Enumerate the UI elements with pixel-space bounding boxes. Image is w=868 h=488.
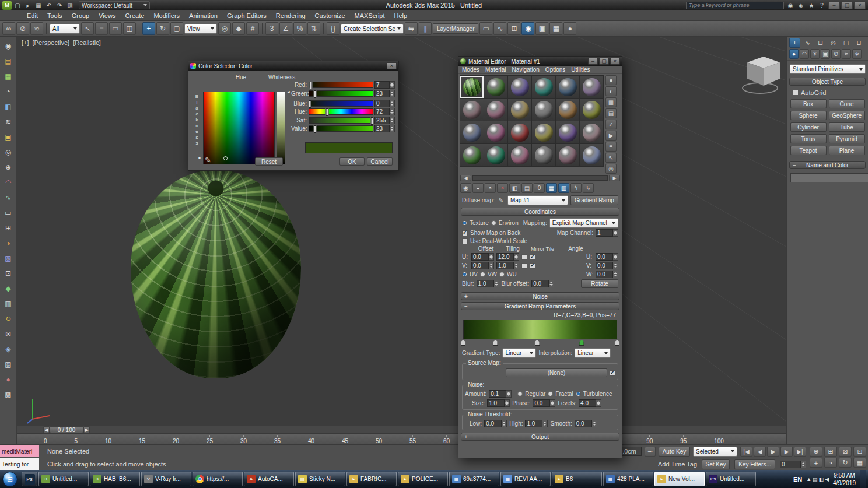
primitive-button[interactable]: Cone: [829, 99, 865, 108]
category-lights-icon[interactable]: ☀: [810, 49, 820, 59]
gradient-ramp-parameters-rollout[interactable]: − Gradient Ramp Parameters: [461, 302, 620, 310]
timeline-tick[interactable]: 25: [206, 435, 213, 445]
smooth-field[interactable]: 0.0: [575, 420, 597, 427]
v-tiling-value[interactable]: 1.0: [496, 262, 514, 269]
open-file-icon[interactable]: ▸: [23, 1, 33, 10]
zoom-extents-icon[interactable]: ⊠: [839, 447, 852, 457]
spinner-arrows[interactable]: [613, 262, 618, 269]
coordinates-rollout[interactable]: − Coordinates: [461, 208, 620, 216]
material-sample-slot[interactable]: [508, 121, 531, 143]
assign-to-selection-icon[interactable]: ◓: [485, 183, 496, 193]
material-sample-slot[interactable]: [460, 121, 484, 143]
keyboard-override-icon[interactable]: #: [246, 22, 259, 35]
spinner-arrows[interactable]: [390, 125, 395, 132]
primitive-category-dropdown[interactable]: Standard Primitives: [790, 64, 866, 74]
whiteness-marker[interactable]: ◄: [286, 90, 290, 94]
menu-item[interactable]: Animation: [184, 12, 222, 20]
taskbar-window-button[interactable]: https://...: [192, 472, 243, 486]
favorites-icon[interactable]: ★: [807, 1, 816, 10]
start-button[interactable]: ⊞: [2, 472, 18, 487]
size-value[interactable]: 1.0: [487, 399, 505, 407]
spinner-arrows[interactable]: [390, 117, 395, 124]
material-sample-slot[interactable]: [580, 99, 603, 121]
workspace-selector[interactable]: Workspace: Default: [79, 1, 150, 9]
time-slider-handle[interactable]: 0 / 100: [50, 426, 83, 433]
eyedropper-icon[interactable]: ✎: [205, 156, 211, 164]
left-toolbar-icon-24[interactable]: ▩: [2, 389, 14, 401]
time-value[interactable]: 0: [780, 461, 801, 468]
material-sample-slot[interactable]: [460, 76, 484, 98]
material-sample-slot[interactable]: [508, 99, 531, 121]
taskbar-photoshop-icon[interactable]: Ps: [22, 472, 37, 486]
viewport-pov-menu[interactable]: [Perspective]: [33, 39, 70, 46]
channel-value-field[interactable]: 0: [374, 100, 390, 107]
scroll-left-icon[interactable]: ◀: [460, 175, 471, 181]
material-sample-slot[interactable]: [484, 121, 508, 143]
u-tile-checkbox[interactable]: [530, 254, 536, 260]
auto-key-button[interactable]: Auto Key: [659, 447, 690, 457]
spinner-arrows[interactable]: [613, 253, 618, 261]
v-angle-field[interactable]: 0.0: [596, 262, 618, 269]
menu-item[interactable]: MAXScript: [350, 12, 390, 20]
select-and-scale-icon[interactable]: ▢: [170, 22, 183, 35]
tab-create[interactable]: +: [789, 38, 800, 48]
tab-utilities[interactable]: ⊔: [853, 38, 864, 48]
taskbar-window-button[interactable]: ▦ 428 PLA...: [603, 472, 653, 486]
taskbar-window-button[interactable]: V V-Ray fr...: [141, 472, 191, 486]
gradient-stop-flag[interactable]: [493, 340, 498, 346]
menu-item[interactable]: Tools: [43, 12, 67, 20]
levels-value[interactable]: 4.0: [579, 399, 596, 407]
network-icon[interactable]: ◧: [819, 476, 824, 482]
dialog-title-bar[interactable]: Color Selector: Color ×: [188, 61, 398, 71]
material-sample-slot[interactable]: [532, 99, 555, 121]
reset-button[interactable]: Reset: [255, 157, 283, 166]
perspective-viewport[interactable]: [+] [Perspective] [Realistic]: [17, 37, 786, 426]
spinner-arrows[interactable]: [801, 461, 806, 468]
spinner-arrows[interactable]: [489, 253, 494, 261]
spinner-arrows[interactable]: [550, 399, 555, 407]
add-time-tag[interactable]: Add Time Tag: [658, 461, 697, 468]
go-to-start-button[interactable]: |◀: [740, 447, 752, 457]
material-sample-slot[interactable]: [508, 76, 531, 98]
left-toolbar-icon-19[interactable]: ↻: [2, 313, 14, 325]
tab-modify[interactable]: ∿: [802, 38, 813, 48]
left-toolbar-icon-7[interactable]: ▣: [2, 131, 14, 143]
orbit-icon[interactable]: ↻: [839, 458, 852, 468]
category-shapes-icon[interactable]: ◠: [800, 49, 809, 59]
minimize-button[interactable]: –: [828, 2, 840, 9]
zoom-icon[interactable]: ⊕: [810, 447, 822, 457]
spinner-arrows[interactable]: [502, 420, 507, 427]
smooth-value[interactable]: 0.0: [575, 420, 592, 427]
taskbar-window-button[interactable]: ▸ New Vol...: [654, 472, 705, 486]
category-cameras-icon[interactable]: ▣: [821, 49, 830, 59]
primitive-button[interactable]: Box: [790, 99, 827, 108]
timeline-tick[interactable]: 20: [173, 435, 179, 445]
taskbar-window-button[interactable]: ▦ 69a3774...: [449, 472, 499, 486]
taskbar-window-button[interactable]: ▦ REVI AA...: [501, 472, 551, 486]
material-sample-slot[interactable]: [580, 76, 603, 98]
timeline-tick[interactable]: 30: [240, 435, 247, 445]
left-toolbar-icon-11[interactable]: ∿: [2, 192, 14, 203]
timeline-tick[interactable]: 5: [74, 435, 78, 445]
minimize-icon[interactable]: –: [588, 58, 598, 65]
viewport-plus-menu[interactable]: [+]: [22, 39, 29, 46]
material-sample-slot[interactable]: [556, 144, 579, 166]
save-file-icon[interactable]: ▦: [34, 1, 43, 10]
material-id-icon[interactable]: 0: [534, 183, 545, 193]
material-sample-slot[interactable]: [580, 121, 603, 143]
size-field[interactable]: 1.0: [487, 399, 510, 407]
spinner-arrows[interactable]: [514, 262, 519, 269]
undo-icon[interactable]: ↶: [44, 1, 54, 10]
previous-frame-button[interactable]: ◀: [754, 447, 766, 457]
taskbar-window-button[interactable]: ▤ Sticky N...: [295, 472, 345, 486]
select-by-material-icon[interactable]: ↖: [606, 153, 617, 163]
play-button[interactable]: ▶: [767, 447, 779, 457]
left-toolbar-icon-6[interactable]: ≋: [2, 116, 14, 128]
material-sample-slot[interactable]: [508, 144, 531, 166]
low-field[interactable]: 0.0: [484, 420, 507, 427]
blur-field[interactable]: 1.0: [477, 280, 499, 287]
left-toolbar-icon-21[interactable]: ◈: [2, 343, 14, 355]
backlight-icon[interactable]: ◐: [606, 86, 617, 96]
gradient-stop-flag[interactable]: [615, 340, 620, 346]
autogrid-checkbox[interactable]: [793, 90, 799, 96]
